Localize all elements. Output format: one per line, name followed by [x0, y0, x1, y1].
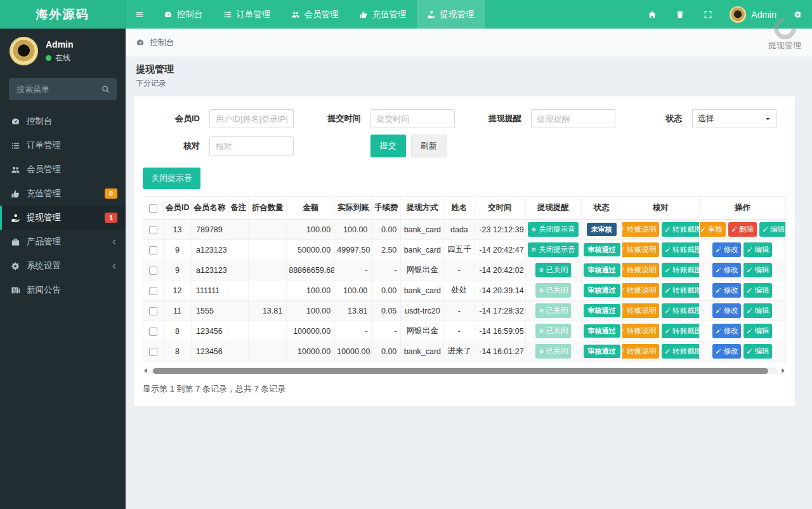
modify-button[interactable]: 修改 — [712, 344, 741, 359]
cell-fee: 2.50 — [372, 240, 401, 260]
edit-button[interactable]: 编辑 — [759, 222, 786, 237]
refresh-button[interactable]: 刷新 — [411, 135, 447, 157]
cell-method: bank_card — [401, 341, 444, 362]
edit-button[interactable]: 编辑 — [743, 324, 772, 338]
table-row: 8123456100000.00--网银出金--14 16:59:05已关闭审核… — [143, 321, 786, 341]
edit-button[interactable]: 编辑 — [743, 303, 772, 318]
transfer-screenshot-button[interactable]: 转账截图 — [662, 263, 699, 277]
remind-toggle-button[interactable]: 已关闭 — [535, 283, 572, 298]
sidebar-item-settings[interactable]: 系统设置 — [0, 254, 126, 278]
transfer-screenshot-button[interactable]: 转账截图 — [662, 324, 699, 338]
member-id-input[interactable] — [209, 109, 294, 128]
row-checkbox[interactable] — [149, 307, 157, 315]
nav-item-label: 会员管理 — [304, 9, 339, 20]
briefcase-icon — [11, 237, 20, 247]
nav-item-recharge[interactable]: 充值管理 — [349, 0, 417, 29]
mute-sound-button[interactable]: 关闭提示音 — [143, 168, 200, 189]
remind-toggle-button[interactable]: 已关闭 — [535, 344, 572, 359]
row-checkbox[interactable] — [149, 267, 157, 275]
cell-fee: 0.00 — [372, 281, 401, 301]
modify-button[interactable]: 修改 — [712, 263, 741, 277]
sidebar-item-news[interactable]: 新闻公告 — [0, 278, 126, 302]
table-row: 12111111100.00100.000.00bank_card处处-14 2… — [143, 281, 786, 301]
sidebar-item-recharge[interactable]: 充值管理0 — [0, 182, 126, 206]
remind-toggle-button[interactable]: 已关闭 — [535, 324, 572, 338]
sidebar-item-members[interactable]: 会员管理 — [0, 157, 126, 182]
remind-toggle-button[interactable]: 关闭提示音 — [528, 222, 579, 237]
transfer-screenshot-button[interactable]: 转账截图 — [662, 344, 699, 359]
transfer-note-button[interactable]: 转账说明 — [622, 324, 659, 338]
transfer-note-button[interactable]: 转账说明 — [622, 344, 659, 359]
cell-member-name: 789789 — [192, 220, 228, 240]
remind-input[interactable] — [531, 109, 615, 128]
modify-button[interactable]: 修改 — [712, 242, 741, 257]
search-icon[interactable] — [101, 84, 110, 94]
edit-button[interactable]: 编辑 — [743, 283, 772, 298]
transfer-screenshot-button[interactable]: 转账截图 — [662, 283, 699, 298]
check-input[interactable] — [209, 136, 294, 155]
cell-converted-qty: 13.81 — [249, 301, 287, 321]
status-select[interactable]: 选择 — [692, 109, 776, 128]
transfer-note-button[interactable]: 转账说明 — [622, 242, 659, 257]
row-checkbox[interactable] — [149, 246, 157, 255]
modify-button[interactable]: 修改 — [712, 303, 741, 318]
modify-button[interactable]: 修改 — [712, 283, 741, 298]
withdraw-panel: 会员ID 提交时间 提现提醒 状态 选择 — [134, 96, 795, 406]
row-checkbox[interactable] — [149, 226, 157, 234]
nav-item-dashboard[interactable]: 控制台 — [154, 0, 213, 29]
clear-cache-button[interactable] — [666, 0, 694, 29]
transfer-screenshot-button[interactable]: 转账截图 — [662, 303, 699, 318]
cell-actual-amount: 10000.00 — [335, 341, 372, 362]
status-label: 状态 — [625, 113, 683, 124]
submit-button[interactable]: 提交 — [370, 135, 406, 157]
transfer-note-button[interactable]: 转账说明 — [622, 222, 659, 237]
modify-button[interactable]: 修改 — [712, 324, 741, 338]
nav-item-label: 控制台 — [177, 9, 203, 20]
cell-method: usdt-trc20 — [401, 301, 444, 321]
pencil-icon — [716, 308, 721, 314]
pencil-icon — [665, 247, 671, 253]
tachometer-icon — [164, 10, 173, 19]
sidebar-toggle-button[interactable] — [126, 0, 154, 29]
scrollbar-thumb[interactable] — [153, 368, 768, 374]
brand-logo[interactable]: 海外源码 — [0, 0, 126, 29]
transfer-note-button[interactable]: 转账说明 — [622, 303, 659, 318]
cogs-icon — [11, 261, 20, 271]
sidebar-item-withdraw[interactable]: 提现管理1 — [0, 206, 126, 230]
select-all-checkbox[interactable] — [149, 204, 157, 213]
remind-toggle-button[interactable]: 已关闭 — [535, 263, 572, 277]
row-checkbox[interactable] — [149, 287, 157, 295]
cell-amount: 100.00 — [287, 301, 335, 321]
transfer-note-button[interactable]: 转账说明 — [622, 283, 659, 298]
transfer-screenshot-button[interactable]: 转账截图 — [662, 242, 699, 257]
breadcrumb-label[interactable]: 控制台 — [150, 37, 174, 48]
row-checkbox[interactable] — [149, 348, 157, 356]
row-checkbox[interactable] — [149, 327, 157, 336]
transfer-screenshot-button[interactable]: 转账截图 — [662, 222, 699, 237]
cell-actual-amount: 49997.50 — [335, 240, 372, 260]
edit-button[interactable]: 编辑 — [743, 242, 772, 257]
delete-button[interactable]: 删除 — [728, 222, 757, 237]
sidebar-item-dashboard[interactable]: 控制台 — [0, 109, 126, 133]
nav-item-withdraw[interactable]: 提现管理 — [417, 0, 485, 29]
nav-item-orders[interactable]: 订单管理 — [213, 0, 281, 29]
filter-remind: 提现提醒 — [464, 109, 625, 128]
online-dot-icon — [46, 55, 51, 61]
remind-toggle-button[interactable]: 关闭提示音 — [528, 242, 579, 257]
nav-item-members[interactable]: 会员管理 — [281, 0, 349, 29]
scroll-left-arrow-icon[interactable] — [143, 367, 149, 374]
sidebar-item-products[interactable]: 产品管理 — [0, 230, 126, 254]
scrollbar-track[interactable] — [151, 368, 778, 374]
transfer-note-button[interactable]: 转账说明 — [622, 263, 659, 277]
submit-time-input[interactable] — [370, 109, 455, 128]
sidebar-item-orders[interactable]: 订单管理 — [0, 133, 126, 157]
edit-button[interactable]: 编辑 — [743, 263, 772, 277]
submit-time-label: 提交时间 — [304, 113, 361, 124]
fullscreen-button[interactable] — [694, 0, 722, 29]
scroll-right-arrow-icon[interactable] — [780, 367, 786, 374]
home-button[interactable] — [638, 0, 666, 29]
list-icon — [11, 141, 20, 150]
remind-toggle-button[interactable]: 已关闭 — [535, 303, 572, 318]
edit-button[interactable]: 编辑 — [743, 344, 772, 359]
audit-button[interactable]: 审核 — [699, 222, 726, 237]
